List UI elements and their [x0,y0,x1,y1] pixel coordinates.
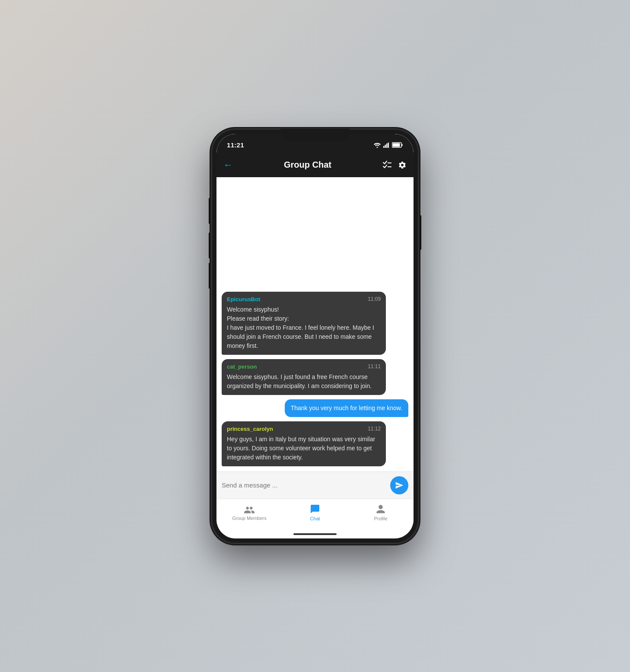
message-4: princess_carolyn 11:12 Hey guys, I am in… [222,421,386,466]
chat-icon [309,504,321,514]
svg-rect-2 [385,145,386,148]
msg-2-time: 11:11 [368,363,381,369]
msg-4-text: Hey guys, I am in Italy but my situation… [227,435,381,462]
nav-profile[interactable]: Profile [348,504,414,521]
msg-1-sender: EpicurusBot [227,296,260,303]
msg-1-header: EpicurusBot 11:09 [227,296,381,303]
nav-chat[interactable]: Chat [282,504,348,521]
msg-2-text: Welcome sisyphus. I just found a free Fr… [227,373,381,391]
send-icon [395,481,404,490]
svg-point-0 [377,147,378,148]
nav-profile-label: Profile [374,516,387,521]
settings-icon[interactable] [398,161,407,169]
input-area [216,471,414,499]
status-icons [374,142,403,148]
nav-group-members-label: Group Members [232,516,266,521]
home-indicator [216,530,414,538]
notch [280,129,350,141]
message-2: cat_person 11:11 Welcome sisyphus. I jus… [222,359,386,395]
msg-2-sender: cat_person [227,363,257,370]
message-input[interactable] [222,481,386,489]
svg-rect-4 [388,143,389,148]
svg-rect-1 [383,146,385,148]
checklist-icon[interactable] [382,161,392,169]
group-members-icon [244,504,255,514]
status-time: 11:21 [227,141,244,149]
app-header: ← Group Chat [216,153,414,177]
msg-2-header: cat_person 11:11 [227,363,381,370]
screen: 11:21 [216,134,414,538]
bottom-nav: Group Members Chat Profile [216,499,414,530]
phone-frame: 11:21 [211,129,419,544]
nav-group-members[interactable]: Group Members [216,504,282,521]
battery-icon [392,142,403,148]
msg-4-time: 11:12 [368,426,381,432]
signal-icon [383,143,389,148]
svg-rect-6 [402,144,403,146]
header-title: Group Chat [238,160,377,170]
send-button[interactable] [390,476,408,494]
msg-4-header: princess_carolyn 11:12 [227,426,381,432]
nav-chat-label: Chat [310,516,320,521]
header-icons [382,161,407,169]
wifi-icon [374,143,381,148]
home-bar [293,533,337,535]
svg-rect-7 [393,143,400,147]
message-3: Thank you very much for letting me know. [285,399,408,417]
msg-3-text: Thank you very much for letting me know. [291,404,402,413]
chat-area: EpicurusBot 11:09 Welcome sisyphus!Pleas… [216,177,414,471]
msg-1-text: Welcome sisyphus!Please read their story… [227,305,381,350]
back-button[interactable]: ← [223,160,233,170]
chat-spacer [222,182,408,287]
profile-icon [375,504,386,514]
message-1: EpicurusBot 11:09 Welcome sisyphus!Pleas… [222,292,386,355]
msg-4-sender: princess_carolyn [227,426,273,432]
msg-1-time: 11:09 [368,296,381,302]
svg-rect-3 [386,143,388,148]
